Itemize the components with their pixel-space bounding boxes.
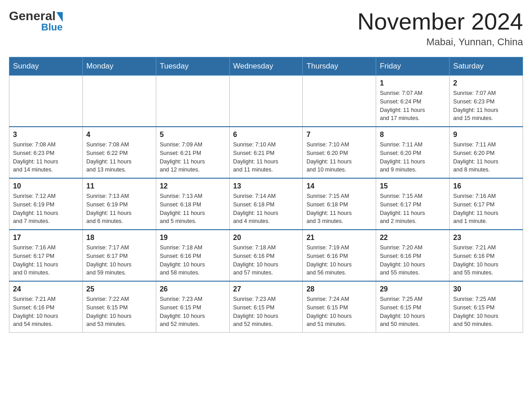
day-number: 8 (380, 131, 446, 139)
calendar-day-cell: 24Sunrise: 7:21 AM Sunset: 6:16 PM Dayli… (9, 281, 83, 333)
calendar-day-cell: 21Sunrise: 7:19 AM Sunset: 6:16 PM Dayli… (303, 230, 376, 281)
calendar-day-cell: 18Sunrise: 7:17 AM Sunset: 6:17 PM Dayli… (82, 230, 156, 281)
day-info: Sunrise: 7:20 AM Sunset: 6:16 PM Dayligh… (380, 244, 446, 277)
day-info: Sunrise: 7:18 AM Sunset: 6:16 PM Dayligh… (160, 244, 226, 277)
calendar-day-cell: 14Sunrise: 7:15 AM Sunset: 6:18 PM Dayli… (303, 178, 376, 230)
calendar-day-cell: 23Sunrise: 7:21 AM Sunset: 6:16 PM Dayli… (450, 230, 523, 281)
day-number: 23 (453, 234, 519, 242)
calendar-day-cell: 30Sunrise: 7:25 AM Sunset: 6:15 PM Dayli… (450, 281, 523, 333)
day-number: 22 (380, 234, 446, 242)
day-number: 13 (233, 182, 299, 190)
day-of-week-header: Monday (82, 57, 156, 76)
calendar-day-cell: 11Sunrise: 7:13 AM Sunset: 6:19 PM Dayli… (82, 178, 156, 230)
day-info: Sunrise: 7:08 AM Sunset: 6:23 PM Dayligh… (13, 141, 79, 174)
day-info: Sunrise: 7:21 AM Sunset: 6:16 PM Dayligh… (453, 244, 519, 277)
day-number: 24 (13, 285, 79, 293)
calendar-day-cell: 17Sunrise: 7:16 AM Sunset: 6:17 PM Dayli… (9, 230, 83, 281)
day-number: 11 (86, 182, 152, 190)
day-number: 20 (233, 234, 299, 242)
calendar-week-row: 24Sunrise: 7:21 AM Sunset: 6:16 PM Dayli… (9, 281, 523, 333)
day-of-week-header: Wednesday (229, 57, 303, 76)
day-of-week-header: Friday (376, 57, 450, 76)
calendar-day-cell: 5Sunrise: 7:09 AM Sunset: 6:21 PM Daylig… (156, 127, 229, 178)
logo-arrow-icon (56, 12, 63, 22)
day-info: Sunrise: 7:15 AM Sunset: 6:17 PM Dayligh… (380, 192, 446, 226)
calendar-week-row: 3Sunrise: 7:08 AM Sunset: 6:23 PM Daylig… (9, 127, 523, 178)
day-info: Sunrise: 7:22 AM Sunset: 6:15 PM Dayligh… (86, 295, 152, 329)
day-number: 21 (306, 234, 372, 242)
calendar-day-cell: 13Sunrise: 7:14 AM Sunset: 6:18 PM Dayli… (229, 178, 303, 230)
calendar-week-row: 10Sunrise: 7:12 AM Sunset: 6:19 PM Dayli… (9, 178, 523, 230)
day-number: 26 (160, 285, 226, 293)
calendar-day-cell: 25Sunrise: 7:22 AM Sunset: 6:15 PM Dayli… (82, 281, 156, 333)
day-number: 5 (160, 131, 226, 139)
day-number: 30 (453, 285, 519, 293)
calendar-day-cell: 10Sunrise: 7:12 AM Sunset: 6:19 PM Dayli… (9, 178, 83, 230)
calendar-day-cell: 9Sunrise: 7:11 AM Sunset: 6:20 PM Daylig… (450, 127, 523, 178)
day-number: 27 (233, 285, 299, 293)
day-info: Sunrise: 7:11 AM Sunset: 6:20 PM Dayligh… (380, 141, 446, 174)
calendar-day-cell: 22Sunrise: 7:20 AM Sunset: 6:16 PM Dayli… (376, 230, 450, 281)
calendar-day-cell (82, 76, 156, 127)
logo-blue-text: Blue (41, 21, 63, 33)
day-info: Sunrise: 7:07 AM Sunset: 6:24 PM Dayligh… (380, 89, 446, 123)
calendar-day-cell: 6Sunrise: 7:10 AM Sunset: 6:21 PM Daylig… (229, 127, 303, 178)
day-info: Sunrise: 7:25 AM Sunset: 6:15 PM Dayligh… (380, 295, 446, 329)
day-info: Sunrise: 7:15 AM Sunset: 6:18 PM Dayligh… (306, 192, 372, 226)
calendar-week-row: 1Sunrise: 7:07 AM Sunset: 6:24 PM Daylig… (9, 76, 523, 127)
calendar-day-cell: 28Sunrise: 7:24 AM Sunset: 6:15 PM Dayli… (303, 281, 376, 333)
day-number: 28 (306, 285, 372, 293)
day-number: 6 (233, 131, 299, 139)
day-info: Sunrise: 7:14 AM Sunset: 6:18 PM Dayligh… (233, 192, 299, 226)
day-info: Sunrise: 7:08 AM Sunset: 6:22 PM Dayligh… (86, 141, 152, 174)
day-number: 18 (86, 234, 152, 242)
day-info: Sunrise: 7:23 AM Sunset: 6:15 PM Dayligh… (233, 295, 299, 329)
calendar-table: SundayMondayTuesdayWednesdayThursdayFrid… (9, 57, 523, 333)
title-section: November 2024 Mabai, Yunnan, China (357, 9, 523, 48)
day-number: 4 (86, 131, 152, 139)
day-info: Sunrise: 7:10 AM Sunset: 6:20 PM Dayligh… (306, 141, 372, 174)
day-number: 7 (306, 131, 372, 139)
day-info: Sunrise: 7:13 AM Sunset: 6:19 PM Dayligh… (86, 192, 152, 226)
calendar-day-cell: 26Sunrise: 7:23 AM Sunset: 6:15 PM Dayli… (156, 281, 229, 333)
day-info: Sunrise: 7:25 AM Sunset: 6:15 PM Dayligh… (453, 295, 519, 329)
day-of-week-header: Tuesday (156, 57, 229, 76)
calendar-day-cell: 8Sunrise: 7:11 AM Sunset: 6:20 PM Daylig… (376, 127, 450, 178)
calendar-day-cell: 7Sunrise: 7:10 AM Sunset: 6:20 PM Daylig… (303, 127, 376, 178)
calendar-day-cell (9, 76, 83, 127)
day-info: Sunrise: 7:16 AM Sunset: 6:17 PM Dayligh… (13, 244, 79, 277)
day-number: 14 (306, 182, 372, 190)
calendar-day-cell: 4Sunrise: 7:08 AM Sunset: 6:22 PM Daylig… (82, 127, 156, 178)
day-of-week-header: Saturday (450, 57, 523, 76)
day-info: Sunrise: 7:23 AM Sunset: 6:15 PM Dayligh… (160, 295, 226, 329)
day-number: 16 (453, 182, 519, 190)
calendar-day-cell: 15Sunrise: 7:15 AM Sunset: 6:17 PM Dayli… (376, 178, 450, 230)
day-info: Sunrise: 7:09 AM Sunset: 6:21 PM Dayligh… (160, 141, 226, 174)
day-number: 2 (453, 79, 519, 87)
day-number: 9 (453, 131, 519, 139)
calendar-day-cell: 1Sunrise: 7:07 AM Sunset: 6:24 PM Daylig… (376, 76, 450, 127)
day-number: 10 (13, 182, 79, 190)
day-of-week-header: Sunday (9, 57, 83, 76)
day-info: Sunrise: 7:13 AM Sunset: 6:18 PM Dayligh… (160, 192, 226, 226)
calendar-header-row: SundayMondayTuesdayWednesdayThursdayFrid… (9, 57, 523, 76)
day-number: 3 (13, 131, 79, 139)
day-info: Sunrise: 7:11 AM Sunset: 6:20 PM Dayligh… (453, 141, 519, 174)
calendar-day-cell: 20Sunrise: 7:18 AM Sunset: 6:16 PM Dayli… (229, 230, 303, 281)
day-number: 19 (160, 234, 226, 242)
day-number: 29 (380, 285, 446, 293)
day-info: Sunrise: 7:18 AM Sunset: 6:16 PM Dayligh… (233, 244, 299, 277)
day-info: Sunrise: 7:10 AM Sunset: 6:21 PM Dayligh… (233, 141, 299, 174)
calendar-day-cell: 3Sunrise: 7:08 AM Sunset: 6:23 PM Daylig… (9, 127, 83, 178)
day-number: 25 (86, 285, 152, 293)
logo: General Blue (9, 9, 63, 33)
calendar-day-cell: 27Sunrise: 7:23 AM Sunset: 6:15 PM Dayli… (229, 281, 303, 333)
calendar-day-cell: 29Sunrise: 7:25 AM Sunset: 6:15 PM Dayli… (376, 281, 450, 333)
month-title: November 2024 (357, 9, 523, 34)
day-info: Sunrise: 7:16 AM Sunset: 6:17 PM Dayligh… (453, 192, 519, 226)
day-info: Sunrise: 7:17 AM Sunset: 6:17 PM Dayligh… (86, 244, 152, 277)
location-label: Mabai, Yunnan, China (357, 36, 523, 48)
day-number: 15 (380, 182, 446, 190)
day-number: 12 (160, 182, 226, 190)
calendar-week-row: 17Sunrise: 7:16 AM Sunset: 6:17 PM Dayli… (9, 230, 523, 281)
